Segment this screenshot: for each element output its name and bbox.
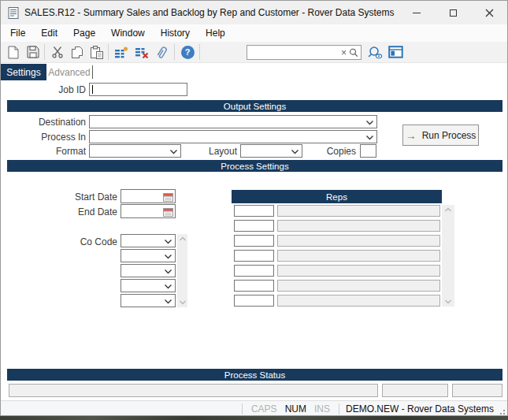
layout-label: Layout [182, 146, 237, 157]
save-icon [27, 46, 39, 58]
output-settings-header: Output Settings [7, 100, 502, 112]
search-icon[interactable] [348, 48, 361, 58]
start-date-input[interactable] [121, 189, 176, 203]
run-process-label: Run Process [422, 130, 476, 141]
rep-name-field [277, 265, 440, 277]
menu-bar: File Edit Page Window History Help [1, 24, 507, 42]
job-id-input[interactable] [89, 83, 187, 96]
attachment-button[interactable] [154, 43, 171, 61]
menu-window[interactable]: Window [103, 25, 153, 41]
menu-edit[interactable]: Edit [33, 25, 65, 41]
save-button[interactable] [24, 43, 42, 61]
scroll-up-icon[interactable] [179, 236, 186, 241]
tab-settings-label: Settings [6, 67, 40, 78]
calendar-icon[interactable] [163, 206, 173, 217]
co-code-label: Co Code [1, 236, 117, 247]
rep-code-input[interactable] [234, 205, 274, 217]
new-document-button[interactable] [5, 43, 22, 61]
help-icon: ? [181, 46, 195, 59]
process-in-label: Process In [1, 132, 86, 143]
menu-history[interactable]: History [153, 25, 198, 41]
reps-title: Reps [326, 192, 347, 202]
chevron-down-icon [164, 299, 172, 304]
process-settings-header: Process Settings [7, 160, 502, 172]
find-preview-button[interactable] [366, 43, 384, 61]
text-caret [92, 85, 93, 94]
copies-label: Copies [300, 146, 356, 157]
copies-input[interactable] [360, 144, 376, 158]
menu-help[interactable]: Help [198, 25, 233, 41]
close-icon [485, 9, 494, 17]
co-code-dropdown-1[interactable] [121, 234, 176, 247]
copy-button[interactable] [69, 43, 86, 61]
paste-button[interactable] [87, 43, 105, 61]
layout-dropdown[interactable] [240, 144, 302, 158]
co-code-dropdown-4[interactable] [121, 279, 176, 292]
rep-name-field [277, 280, 440, 292]
window-title: SALES.R12 - Summary Sales and Backlog by… [24, 7, 395, 18]
menu-file[interactable]: File [2, 25, 33, 41]
tab-settings[interactable]: Settings [1, 64, 46, 80]
paperclip-icon [154, 43, 172, 61]
rep-code-input[interactable] [234, 235, 274, 247]
end-date-input[interactable] [121, 204, 176, 218]
co-code-dropdown-3[interactable] [121, 264, 176, 277]
toolbar-separator [44, 44, 45, 60]
rep-code-input[interactable] [234, 220, 274, 232]
reps-header: Reps [232, 190, 442, 203]
cut-button[interactable] [49, 43, 66, 61]
help-button[interactable]: ? [179, 43, 196, 61]
statusbar-separator [242, 403, 243, 414]
format-dropdown[interactable] [89, 144, 181, 158]
menu-page[interactable]: Page [65, 25, 103, 41]
delete-rows-button[interactable] [133, 43, 150, 61]
insert-rows-button[interactable] [113, 43, 130, 61]
app-document-icon [8, 7, 19, 19]
scroll-down-icon[interactable] [179, 300, 186, 305]
tab-advanced[interactable]: Advanced [47, 64, 91, 80]
process-status-message-field [9, 384, 378, 397]
process-in-dropdown[interactable] [89, 130, 377, 143]
rep-code-input[interactable] [234, 280, 274, 292]
rep-name-field [277, 250, 440, 262]
rep-code-input[interactable] [234, 250, 274, 262]
clear-search-icon[interactable]: × [339, 48, 348, 58]
run-process-button[interactable]: → Run Process [402, 125, 479, 146]
scroll-up-icon[interactable] [445, 207, 452, 212]
chevron-down-icon [164, 254, 172, 259]
run-arrow-icon: → [406, 130, 417, 141]
window-layout-icon [388, 46, 403, 58]
insert-rows-icon [114, 46, 128, 58]
reps-scrollbar[interactable] [442, 205, 454, 307]
chevron-down-icon [164, 284, 172, 289]
process-status-header: Process Status [7, 369, 502, 381]
co-code-scrollbar[interactable] [177, 234, 187, 307]
start-date-label: Start Date [1, 191, 117, 203]
close-button[interactable] [471, 1, 507, 24]
ins-indicator: INS [314, 403, 330, 414]
window-layout-button[interactable] [387, 43, 404, 61]
destination-dropdown[interactable] [89, 115, 377, 128]
scroll-down-icon[interactable] [445, 299, 452, 304]
paste-icon [90, 46, 103, 59]
maximize-button[interactable] [435, 1, 471, 24]
co-code-dropdown-2[interactable] [121, 249, 176, 262]
calendar-icon[interactable] [163, 191, 173, 202]
job-id-label: Job ID [1, 84, 86, 95]
resize-grip[interactable] [499, 408, 505, 414]
search-input[interactable] [247, 46, 339, 58]
rep-code-input[interactable] [234, 265, 274, 277]
app-window: SALES.R12 - Summary Sales and Backlog by… [0, 0, 508, 416]
minimize-button[interactable] [399, 1, 435, 24]
chevron-down-icon [365, 135, 374, 140]
chevron-down-icon [164, 239, 172, 244]
cut-icon [51, 46, 64, 58]
toolbar: ? × [1, 42, 507, 63]
rep-name-field [277, 295, 440, 307]
workspace-label: DEMO.NEW - Rover Data Systems [346, 403, 494, 414]
chevron-down-icon [164, 269, 172, 274]
co-code-dropdown-5[interactable] [121, 294, 176, 307]
rep-code-input[interactable] [234, 295, 274, 307]
status-bar: CAPS NUM INS DEMO.NEW - Rover Data Syste… [1, 400, 507, 416]
minimize-icon [413, 13, 421, 13]
